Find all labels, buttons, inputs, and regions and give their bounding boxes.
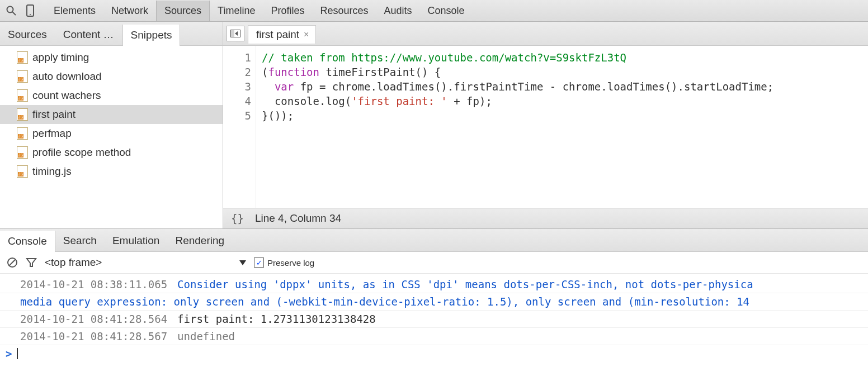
filter-icon[interactable] bbox=[26, 257, 37, 268]
code-content[interactable]: // taken from https://www.youtube.com/wa… bbox=[256, 46, 868, 208]
drawer-tab-emulation[interactable]: Emulation bbox=[105, 230, 168, 251]
devtools-top-toolbar: ElementsNetworkSourcesTimelineProfilesRe… bbox=[0, 0, 868, 22]
console-message: 2014-10-21 08:41:28.564first paint: 1.27… bbox=[0, 311, 868, 328]
js-file-icon bbox=[17, 89, 28, 102]
tab-elements[interactable]: Elements bbox=[46, 1, 103, 21]
js-file-icon bbox=[17, 70, 28, 83]
preserve-log-toggle[interactable]: ✓ Preserve log bbox=[254, 257, 314, 268]
navigator-tab-snippets[interactable]: Snippets bbox=[122, 25, 181, 46]
snippet-label: first paint bbox=[32, 108, 76, 121]
tab-resources[interactable]: Resources bbox=[313, 1, 376, 21]
js-file-icon bbox=[17, 108, 28, 121]
text-caret bbox=[17, 348, 18, 359]
sources-panel: SourcesContent …Snippets apply timingaut… bbox=[0, 22, 868, 228]
tab-audits[interactable]: Audits bbox=[376, 1, 420, 21]
svg-point-0 bbox=[7, 7, 13, 13]
preserve-log-label: Preserve log bbox=[267, 258, 314, 268]
js-file-icon bbox=[17, 165, 28, 178]
snippet-list: apply timingauto downloadcount wachersfi… bbox=[0, 46, 223, 228]
editor-pane: first paint × 12345 // taken from https:… bbox=[223, 22, 868, 228]
cursor-position: Line 4, Column 34 bbox=[255, 212, 341, 225]
console-message: 2014-10-21 08:38:11.065Consider using 'd… bbox=[0, 276, 868, 293]
message-text: media query expression: only screen and … bbox=[20, 293, 868, 310]
snippet-item[interactable]: apply timing bbox=[0, 48, 223, 67]
console-output: 2014-10-21 08:38:11.065Consider using 'd… bbox=[0, 274, 868, 345]
snippet-label: apply timing bbox=[32, 51, 89, 64]
snippet-item[interactable]: first paint bbox=[0, 105, 223, 124]
navigator-tab-content-[interactable]: Content … bbox=[55, 24, 122, 45]
device-mode-icon[interactable] bbox=[22, 3, 38, 18]
snippet-item[interactable]: auto download bbox=[0, 67, 223, 86]
line-gutter: 12345 bbox=[223, 46, 256, 208]
main-tabbar: ElementsNetworkSourcesTimelineProfilesRe… bbox=[46, 0, 473, 21]
drawer-tab-console[interactable]: Console bbox=[0, 231, 55, 252]
message-timestamp: 2014-10-21 08:41:28.567 bbox=[20, 328, 167, 345]
svg-marker-9 bbox=[27, 259, 36, 266]
drawer-tabbar: ConsoleSearchEmulationRendering bbox=[0, 228, 868, 252]
snippet-label: auto download bbox=[32, 70, 102, 83]
svg-rect-5 bbox=[231, 30, 234, 37]
svg-marker-6 bbox=[235, 31, 238, 36]
js-file-icon bbox=[17, 51, 28, 64]
frame-selector-label: <top frame> bbox=[45, 256, 102, 269]
js-file-icon bbox=[17, 127, 28, 140]
js-file-icon bbox=[17, 146, 28, 159]
snippet-label: profile scope method bbox=[32, 146, 131, 159]
tab-network[interactable]: Network bbox=[103, 1, 156, 21]
snippet-label: timing.js bbox=[32, 165, 72, 178]
svg-point-3 bbox=[30, 14, 31, 15]
frame-selector[interactable]: <top frame> bbox=[45, 256, 246, 269]
drawer-tab-search[interactable]: Search bbox=[55, 230, 105, 251]
snippet-item[interactable]: profile scope method bbox=[0, 143, 223, 162]
toggle-navigator-icon[interactable] bbox=[227, 26, 244, 41]
drawer-tab-rendering[interactable]: Rendering bbox=[167, 230, 232, 251]
search-icon[interactable] bbox=[3, 3, 19, 18]
close-icon[interactable]: × bbox=[304, 30, 309, 40]
snippet-label: count wachers bbox=[32, 89, 101, 102]
console-prompt[interactable]: > bbox=[0, 345, 868, 360]
navigator-tab-sources[interactable]: Sources bbox=[0, 24, 55, 45]
tab-timeline[interactable]: Timeline bbox=[210, 1, 263, 21]
message-text: Consider using 'dppx' units, as in CSS '… bbox=[177, 276, 868, 293]
navigator-pane: SourcesContent …Snippets apply timingaut… bbox=[0, 22, 223, 228]
message-text: first paint: 1.2731130123138428 bbox=[177, 311, 868, 327]
message-timestamp: 2014-10-21 08:41:28.564 bbox=[20, 311, 167, 327]
editor-status-bar: {} Line 4, Column 34 bbox=[223, 208, 868, 228]
editor-tab-label: first paint bbox=[256, 28, 299, 41]
pretty-print-icon[interactable]: {} bbox=[231, 212, 244, 225]
chevron-down-icon bbox=[239, 260, 246, 265]
checkbox-icon[interactable]: ✓ bbox=[254, 257, 264, 268]
message-text: undefined bbox=[177, 328, 868, 345]
snippet-item[interactable]: count wachers bbox=[0, 86, 223, 105]
editor-tabbar: first paint × bbox=[223, 22, 868, 46]
prompt-icon: > bbox=[6, 347, 12, 360]
tab-profiles[interactable]: Profiles bbox=[263, 1, 312, 21]
clear-console-icon[interactable] bbox=[7, 257, 18, 268]
navigator-tabs: SourcesContent …Snippets bbox=[0, 22, 223, 46]
tab-sources[interactable]: Sources bbox=[156, 1, 210, 21]
tab-console[interactable]: Console bbox=[420, 1, 473, 21]
svg-line-1 bbox=[13, 12, 16, 16]
snippet-item[interactable]: perfmap bbox=[0, 124, 223, 143]
snippet-label: perfmap bbox=[32, 127, 72, 140]
console-message: media query expression: only screen and … bbox=[0, 293, 868, 311]
svg-line-8 bbox=[9, 259, 16, 266]
snippet-item[interactable]: timing.js bbox=[0, 162, 223, 181]
console-message: 2014-10-21 08:41:28.567undefined bbox=[0, 328, 868, 345]
editor-tab-first-paint[interactable]: first paint × bbox=[248, 25, 316, 44]
code-editor[interactable]: 12345 // taken from https://www.youtube.… bbox=[223, 46, 868, 208]
message-timestamp: 2014-10-21 08:38:11.065 bbox=[20, 276, 167, 293]
console-toolbar: <top frame> ✓ Preserve log bbox=[0, 252, 868, 274]
